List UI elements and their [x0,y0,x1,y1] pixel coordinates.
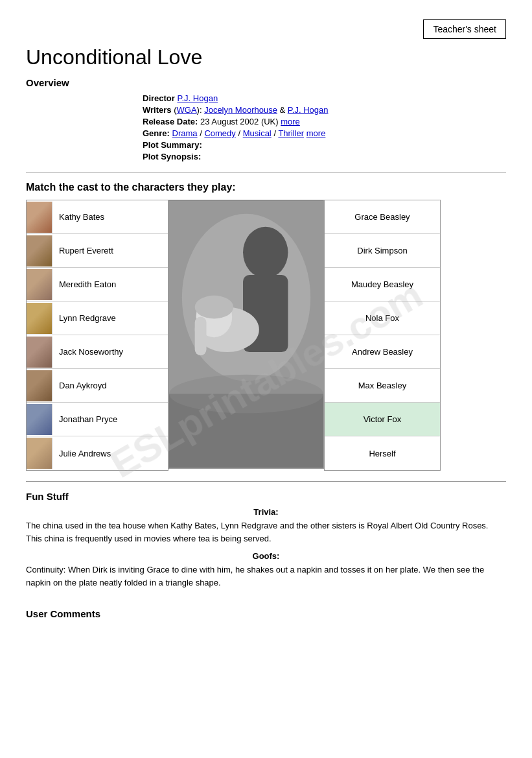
divider-2 [26,481,506,482]
writers-label: Writers [143,105,172,115]
release-value: 23 August 2002 (UK) [200,117,279,126]
cast-name-1: Kathy Bates [52,212,104,222]
cast-photo-7 [27,404,52,435]
cast-list: Kathy Bates Rupert Everett Meredith Eato… [26,200,168,471]
cast-item: Rupert Everett [27,234,168,268]
genre3-link[interactable]: Musical [243,128,272,138]
genre-row: Genre: Drama / Comedy / Musical / Thrill… [143,128,506,138]
cast-name-5: Jack Noseworthy [52,347,123,357]
cast-name-2: Rupert Everett [52,246,113,255]
svg-point-3 [243,226,288,278]
match-layout: Kathy Bates Rupert Everett Meredith Eato… [26,200,506,471]
director-label: Director [143,93,175,103]
cast-photo-6 [27,370,52,401]
writer1-link[interactable]: Jocelyn Moorhouse [204,105,277,115]
genre-more-link[interactable]: more [306,128,326,138]
cast-photo-2 [27,235,52,266]
cast-name-3: Meredith Eaton [52,279,116,289]
release-more-link[interactable]: more [281,117,300,126]
match-heading: Match the cast to the characters they pl… [26,182,506,193]
character-item-8: Herself [325,436,440,470]
cast-item: Jack Noseworthy [27,335,168,369]
genre4-link[interactable]: Thriller [278,128,304,138]
header-area: Teacher's sheet [26,13,506,39]
fun-stuff-heading: Fun Stuff [26,491,506,502]
director-row: Director P.J. Hogan [143,93,506,103]
user-comments-section: User Comments [26,608,506,619]
director-link[interactable]: P.J. Hogan [177,93,218,103]
svg-point-10 [169,374,323,412]
plot-summary-label: Plot Summary: [143,140,202,150]
release-row: Release Date: 23 August 2002 (UK) more [143,117,506,126]
cast-photo-8 [27,438,52,469]
trivia-text: The china used in the tea house when Kat… [26,519,506,545]
character-item-2: Dirk Simpson [325,234,440,268]
genre1-link[interactable]: Drama [172,128,198,138]
genre2-link[interactable]: Comedy [204,128,235,138]
cast-item: Kathy Bates [27,200,168,234]
character-item-7: Victor Fox [325,403,440,436]
genre-label: Genre: [143,128,170,138]
movie-image-svg [169,201,323,468]
cast-item: Jonathan Pryce [27,403,168,436]
writer-and: & [280,105,286,115]
cast-photo-5 [27,337,52,368]
cast-item: Lynn Redgrave [27,302,168,335]
cast-item: Dan Aykroyd [27,369,168,403]
wga-link[interactable]: WGA [177,105,197,115]
fun-stuff-section: Fun Stuff Trivia: The china used in the … [26,491,506,589]
cast-name-6: Dan Aykroyd [52,381,106,390]
overview-table: Director P.J. Hogan Writers (WGA): Jocel… [143,93,506,161]
release-label: Release Date: [143,117,198,126]
character-item-4: Nola Fox [325,302,440,335]
plot-synopsis-row: Plot Synopsis: [143,152,506,161]
writer2-link[interactable]: P.J. Hogan [288,105,329,115]
character-item-6: Max Beasley [325,369,440,403]
cast-name-7: Jonathan Pryce [52,414,117,424]
goofs-label: Goofs: [26,551,506,561]
cast-name-4: Lynn Redgrave [52,313,116,323]
cast-photo-3 [27,269,52,300]
character-item-1: Grace Beasley [325,200,440,234]
center-movie-image [168,200,324,469]
plot-summary-row: Plot Summary: [143,140,506,150]
divider-1 [26,172,506,172]
cast-item: Julie Andrews [27,436,168,470]
character-item-3: Maudey Beasley [325,268,440,302]
svg-rect-8 [195,316,207,355]
cast-item: Meredith Eaton [27,268,168,302]
plot-synopsis-label: Plot Synopsis: [143,152,201,161]
match-section: Match the cast to the characters they pl… [26,182,506,471]
character-list: Grace Beasley Dirk Simpson Maudey Beasle… [324,200,441,471]
overview-section: Overview Director P.J. Hogan Writers (WG… [26,77,506,161]
svg-point-7 [195,296,233,319]
cast-photo-4 [27,303,52,334]
overview-heading: Overview [26,77,506,88]
cast-name-8: Julie Andrews [52,449,111,458]
writers-row: Writers (WGA): Jocelyn Moorhouse & P.J. … [143,105,506,115]
character-item-5: Andrew Beasley [325,335,440,369]
goofs-text: Continuity: When Dirk is inviting Grace … [26,563,506,589]
page-title: Unconditional Love [26,45,506,69]
cast-photo-1 [27,202,52,233]
trivia-label: Trivia: [26,507,506,517]
teachers-sheet-badge: Teacher's sheet [423,19,506,39]
user-comments-heading: User Comments [26,608,506,619]
